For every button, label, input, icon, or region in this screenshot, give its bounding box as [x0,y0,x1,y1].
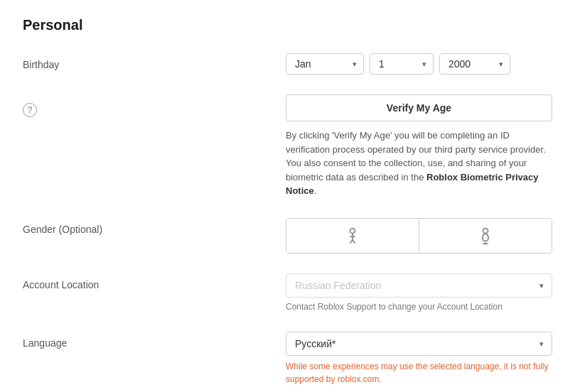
account-location-row: Account Location Russian Federation ▾ Co… [23,273,552,312]
help-icon[interactable]: ? [23,103,37,117]
gender-row: Gender (Optional) [23,218,552,254]
year-select-wrapper: 2000199919981997 1996199519901985 1980 ▾ [439,53,510,75]
page-title: Personal [23,17,552,33]
verify-age-description: By clicking 'Verify My Age' you will be … [286,129,552,198]
language-warning: While some experiences may use the selec… [286,360,552,386]
month-select-wrapper: JanFebMarApr MayJunJulAug SepOctNovDec ▾ [286,53,364,75]
account-location-label: Account Location [23,273,286,290]
year-select[interactable]: 2000199919981997 1996199519901985 1980 [439,53,510,75]
language-controls: Русский* English ▾ While some experience… [286,332,552,386]
verify-age-controls: Verify My Age By clicking 'Verify My Age… [286,94,552,198]
language-label: Language [23,332,286,349]
language-select-wrapper: Русский* English ▾ [286,332,552,356]
verify-age-help-cell: ? [23,94,286,117]
account-location-select: Russian Federation [286,273,552,298]
verify-age-row: ? Verify My Age By clicking 'Verify My A… [23,94,552,198]
gender-male-button[interactable] [286,219,419,253]
gender-label: Gender (Optional) [23,218,286,235]
birthday-label: Birthday [23,53,286,70]
birthday-selects: JanFebMarApr MayJunJulAug SepOctNovDec ▾… [286,53,552,75]
female-icon [475,226,495,246]
day-select-wrapper: 1234 5678 9101520 2528293031 ▾ [370,53,434,75]
language-row: Language Русский* English ▾ While some e… [23,332,552,386]
birthday-row: Birthday JanFebMarApr MayJunJulAug SepOc… [23,53,552,75]
account-location-controls: Russian Federation ▾ Contact Roblox Supp… [286,273,552,312]
gender-controls [286,218,552,254]
gender-female-button[interactable] [419,219,552,253]
language-select[interactable]: Русский* English [286,332,552,356]
svg-point-0 [350,228,355,233]
birthday-controls: JanFebMarApr MayJunJulAug SepOctNovDec ▾… [286,53,552,75]
month-select[interactable]: JanFebMarApr MayJunJulAug SepOctNovDec [286,53,364,75]
svg-point-1 [483,228,488,233]
account-location-note: Contact Roblox Support to change your Ac… [286,302,552,312]
male-icon [343,226,362,246]
verify-age-button[interactable]: Verify My Age [286,94,552,121]
day-select[interactable]: 1234 5678 9101520 2528293031 [370,53,434,75]
location-select-wrapper: Russian Federation ▾ [286,273,552,298]
gender-buttons [286,218,552,254]
